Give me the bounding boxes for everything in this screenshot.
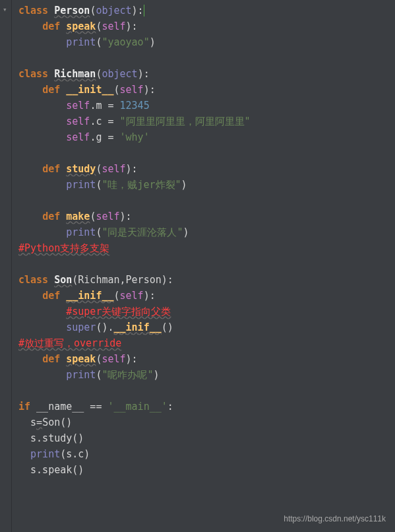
code-line: print("哇，贼jer炸裂") [18,177,395,193]
code-line: class Person(object): [18,3,395,18]
code-line: #放过重写，override [18,335,395,351]
code-line: #super关键字指向父类 [18,304,395,319]
code-line: super().__inif__() [18,319,395,335]
code-line: def make(self): [18,209,395,224]
code-line: class Richman(object): [18,66,395,82]
code-line: self.c = "阿里里阿里里，阿里阿里里" [18,114,395,129]
code-line: def __init__(self): [18,82,395,98]
code-line: s.study() [18,430,395,446]
watermark-text: https://blog.csdn.net/ysc111k [284,513,386,525]
code-line: def speak(self): [18,18,395,34]
code-line [18,383,395,399]
code-line: print(s.c) [18,446,395,462]
code-line: def study(self): [18,161,395,177]
code-line: class Son(Richman,Person): [18,272,395,288]
code-editor[interactable]: class Person(object): def speak(self): p… [0,0,395,478]
code-line: self.m = 12345 [18,98,395,114]
code-line [18,145,395,161]
code-line: s=Son() [18,415,395,430]
code-line: #Python支持多支架 [18,240,395,256]
code-line [18,50,395,66]
code-line: print("同是天涯沦落人") [18,224,395,240]
code-line [18,256,395,272]
code-line [18,193,395,209]
code-line: def __inif__(self): [18,288,395,304]
code-line: def speak(self): [18,351,395,367]
code-line: if __name__ == '__main__': [18,399,395,415]
code-line: print("yaoyao") [18,34,395,50]
code-line: s.speak() [18,462,395,478]
code-line: print("呢咋办呢") [18,367,395,383]
code-line: self.g = 'why' [18,129,395,145]
